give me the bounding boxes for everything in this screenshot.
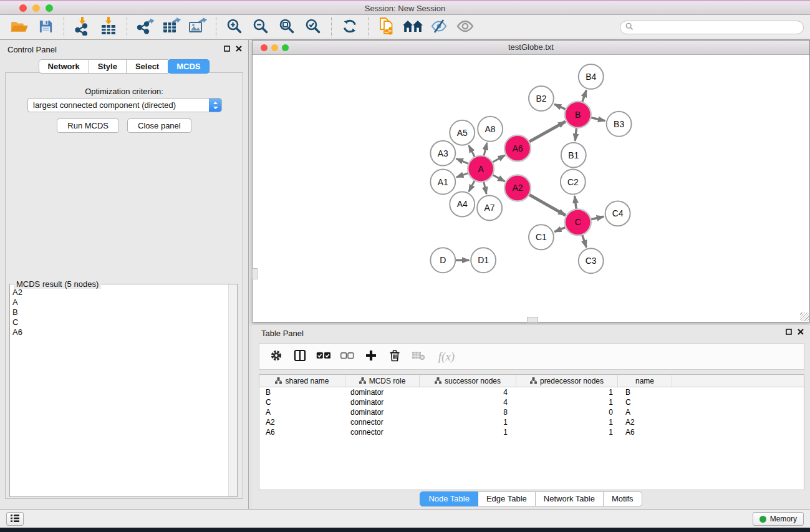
- network-canvas[interactable]: AA1A2A3A4A5A6A7A8BB1B2B3B4CC1C2C3C4DD1: [253, 55, 809, 322]
- table-cell[interactable]: A2: [259, 418, 345, 427]
- node-A8[interactable]: A8: [478, 117, 503, 142]
- tab-motifs[interactable]: Motifs: [604, 491, 642, 506]
- edge-A6-B[interactable]: [528, 122, 566, 143]
- zoom-out-button[interactable]: [248, 16, 274, 39]
- run-mcds-button[interactable]: Run MCDS: [57, 118, 119, 133]
- table-cell[interactable]: 1: [516, 398, 618, 407]
- node-A4[interactable]: A4: [450, 191, 475, 216]
- table-row[interactable]: Cdominator41C: [259, 397, 804, 407]
- table-cell[interactable]: 1: [516, 418, 618, 427]
- delete-columns-button[interactable]: [383, 345, 407, 369]
- table-cell[interactable]: 1: [516, 388, 618, 397]
- column-header-MCDS-role[interactable]: MCDS role: [345, 375, 420, 387]
- create-column-button[interactable]: [359, 345, 383, 369]
- zoom-fit-button[interactable]: [274, 16, 300, 39]
- tab-edge-table[interactable]: Edge Table: [478, 491, 536, 506]
- column-header-name[interactable]: name: [618, 375, 672, 387]
- node-C4[interactable]: C4: [605, 201, 630, 226]
- delete-table-button[interactable]: [407, 345, 430, 369]
- table-row[interactable]: A6connector11A6: [259, 427, 804, 437]
- close-table-panel-button[interactable]: [798, 329, 804, 335]
- table-cell[interactable]: 4: [420, 398, 516, 407]
- memory-button[interactable]: Memory: [753, 512, 804, 526]
- save-session-button[interactable]: [32, 16, 59, 39]
- splitpane-grip-bottom[interactable]: [527, 317, 538, 322]
- table-row[interactable]: Bdominator41B: [259, 387, 804, 397]
- table-cell[interactable]: C: [618, 398, 672, 407]
- node-B1[interactable]: B1: [561, 143, 586, 168]
- table-cell[interactable]: A6: [618, 428, 672, 437]
- close-panel-button[interactable]: [236, 46, 242, 52]
- table-cell[interactable]: dominator: [345, 388, 420, 397]
- table-cell[interactable]: 8: [420, 408, 516, 417]
- table-row[interactable]: A2connector11A2: [259, 417, 804, 427]
- window-resize-grip[interactable]: [800, 312, 809, 321]
- import-table-button[interactable]: [95, 16, 122, 39]
- node-D1[interactable]: D1: [471, 248, 496, 273]
- new-network-from-selection-button[interactable]: [374, 16, 400, 39]
- column-header-predecessor-nodes[interactable]: predecessor nodes: [516, 375, 618, 387]
- table-cell[interactable]: 0: [516, 408, 618, 417]
- network-zoom-button[interactable]: [282, 44, 289, 51]
- table-cell[interactable]: A6: [259, 428, 345, 437]
- export-table-button[interactable]: [158, 16, 185, 39]
- float-panel-button[interactable]: [224, 46, 230, 52]
- table-cell[interactable]: 1: [420, 418, 516, 427]
- node-A3[interactable]: A3: [430, 141, 455, 166]
- tab-select[interactable]: Select: [127, 59, 168, 74]
- refresh-layout-button[interactable]: [337, 16, 363, 39]
- node-C[interactable]: C: [565, 209, 591, 235]
- zoom-selected-button[interactable]: [300, 16, 326, 39]
- table-cell[interactable]: A: [618, 408, 672, 417]
- node-B2[interactable]: B2: [529, 86, 554, 111]
- table-cell[interactable]: connector: [345, 418, 420, 427]
- network-minimize-button[interactable]: [271, 44, 278, 51]
- export-image-button[interactable]: [185, 16, 211, 39]
- float-table-panel-button[interactable]: [786, 329, 792, 335]
- table-cell[interactable]: dominator: [345, 398, 420, 407]
- result-item[interactable]: B: [12, 307, 228, 317]
- node-B3[interactable]: B3: [607, 112, 632, 137]
- table-row[interactable]: Adominator80A: [259, 407, 804, 417]
- node-D[interactable]: D: [430, 248, 455, 273]
- show-panels-button[interactable]: [6, 512, 24, 526]
- node-C1[interactable]: C1: [529, 225, 554, 249]
- table-cell[interactable]: dominator: [345, 408, 420, 417]
- tab-network[interactable]: Network: [39, 59, 89, 74]
- show-graphics-details-button[interactable]: [452, 16, 478, 39]
- node-A7[interactable]: A7: [477, 195, 502, 220]
- optimization-criterion-dropdown[interactable]: largest connected component (directed): [27, 98, 222, 112]
- result-scrollbar[interactable]: [228, 284, 237, 496]
- home-button[interactable]: [400, 16, 426, 39]
- column-header-shared-name[interactable]: shared name: [259, 375, 345, 387]
- edge-A2-C[interactable]: [528, 193, 566, 215]
- show-column-panel-button[interactable]: [288, 345, 312, 369]
- import-network-button[interactable]: [69, 16, 95, 39]
- table-settings-button[interactable]: [264, 345, 288, 369]
- table-cell[interactable]: C: [259, 398, 345, 407]
- column-header-successor-nodes[interactable]: successor nodes: [420, 375, 516, 387]
- node-A1[interactable]: A1: [430, 170, 455, 195]
- deselect-all-columns-button[interactable]: [335, 345, 359, 369]
- function-builder-button[interactable]: f(x): [430, 345, 463, 369]
- tab-style[interactable]: Style: [89, 59, 127, 74]
- tab-network-table[interactable]: Network Table: [536, 491, 604, 506]
- result-item[interactable]: C: [12, 317, 228, 327]
- node-C3[interactable]: C3: [579, 248, 604, 273]
- table-cell[interactable]: B: [618, 388, 672, 397]
- splitpane-grip-left[interactable]: [252, 268, 258, 279]
- table-cell[interactable]: 4: [420, 388, 516, 397]
- table-cell[interactable]: A2: [618, 418, 672, 427]
- table-cell[interactable]: connector: [345, 428, 420, 437]
- node-A2[interactable]: A2: [504, 175, 531, 201]
- result-item[interactable]: A6: [12, 327, 228, 337]
- table-cell[interactable]: 1: [420, 428, 516, 437]
- node-B[interactable]: B: [565, 102, 591, 128]
- table-cell[interactable]: 1: [516, 428, 618, 437]
- result-item[interactable]: A: [12, 297, 228, 307]
- node-A[interactable]: A: [468, 156, 494, 182]
- network-close-button[interactable]: [261, 44, 268, 51]
- mcds-result-list[interactable]: A2ABCA6: [12, 288, 228, 496]
- result-item[interactable]: A2: [12, 288, 228, 297]
- export-network-button[interactable]: [132, 16, 158, 39]
